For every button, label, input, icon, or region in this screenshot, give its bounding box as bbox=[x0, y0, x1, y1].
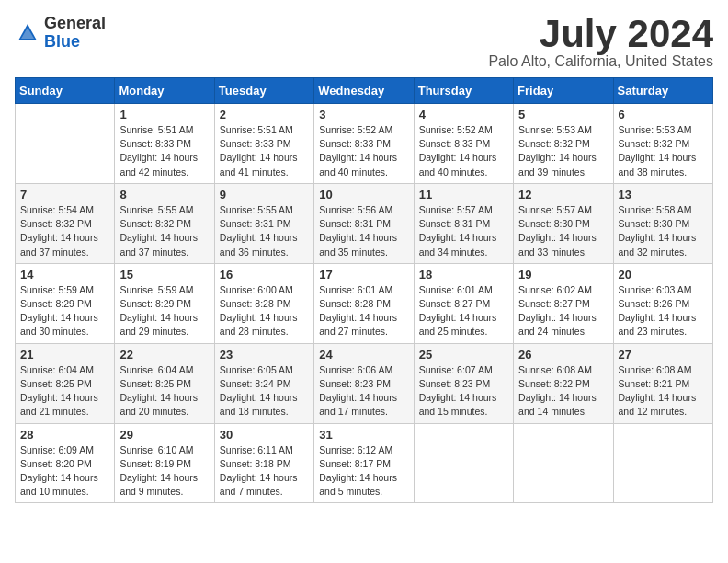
calendar-cell: 29Sunrise: 6:10 AM Sunset: 8:19 PM Dayli… bbox=[115, 423, 214, 503]
day-info: Sunrise: 6:05 AM Sunset: 8:24 PM Dayligh… bbox=[220, 363, 309, 419]
day-info: Sunrise: 5:51 AM Sunset: 8:33 PM Dayligh… bbox=[220, 123, 309, 179]
day-number: 8 bbox=[119, 188, 209, 201]
day-info: Sunrise: 5:57 AM Sunset: 8:30 PM Dayligh… bbox=[518, 203, 608, 259]
day-number: 13 bbox=[619, 188, 708, 201]
day-info: Sunrise: 5:54 AM Sunset: 8:32 PM Dayligh… bbox=[20, 203, 109, 259]
calendar-cell: 10Sunrise: 5:56 AM Sunset: 8:31 PM Dayli… bbox=[314, 183, 414, 263]
calendar-cell: 27Sunrise: 6:08 AM Sunset: 8:21 PM Dayli… bbox=[613, 343, 712, 423]
day-info: Sunrise: 6:08 AM Sunset: 8:22 PM Dayligh… bbox=[518, 363, 608, 419]
calendar-cell: 14Sunrise: 5:59 AM Sunset: 8:29 PM Dayli… bbox=[16, 263, 115, 343]
day-number: 23 bbox=[220, 348, 309, 362]
day-number: 24 bbox=[319, 348, 408, 362]
weekday-header-sunday: Sunday bbox=[16, 78, 115, 104]
calendar-week-1: 1Sunrise: 5:51 AM Sunset: 8:33 PM Daylig… bbox=[16, 104, 713, 184]
day-number: 2 bbox=[220, 108, 309, 121]
day-number: 21 bbox=[20, 348, 109, 362]
day-number: 7 bbox=[20, 188, 109, 201]
calendar-cell: 28Sunrise: 6:09 AM Sunset: 8:20 PM Dayli… bbox=[16, 423, 115, 503]
calendar-cell: 3Sunrise: 5:52 AM Sunset: 8:33 PM Daylig… bbox=[314, 104, 414, 184]
calendar-cell bbox=[613, 423, 712, 503]
day-number: 19 bbox=[518, 268, 608, 282]
day-number: 31 bbox=[319, 428, 408, 442]
day-number: 14 bbox=[20, 268, 109, 282]
calendar-cell: 22Sunrise: 6:04 AM Sunset: 8:25 PM Dayli… bbox=[115, 343, 214, 423]
calendar-week-4: 21Sunrise: 6:04 AM Sunset: 8:25 PM Dayli… bbox=[16, 343, 713, 423]
calendar-cell: 6Sunrise: 5:53 AM Sunset: 8:32 PM Daylig… bbox=[613, 104, 712, 184]
calendar-cell: 15Sunrise: 5:59 AM Sunset: 8:29 PM Dayli… bbox=[115, 263, 214, 343]
day-number: 6 bbox=[619, 108, 708, 121]
logo-general-text: General bbox=[44, 15, 106, 33]
day-number: 22 bbox=[119, 348, 209, 362]
day-info: Sunrise: 6:03 AM Sunset: 8:26 PM Dayligh… bbox=[619, 283, 708, 339]
day-number: 4 bbox=[419, 108, 508, 121]
day-number: 12 bbox=[518, 188, 608, 201]
weekday-header-friday: Friday bbox=[514, 78, 613, 104]
day-number: 1 bbox=[119, 108, 209, 121]
day-info: Sunrise: 6:08 AM Sunset: 8:21 PM Dayligh… bbox=[619, 363, 708, 419]
logo-icon bbox=[15, 20, 40, 46]
day-number: 15 bbox=[119, 268, 209, 282]
day-number: 28 bbox=[20, 428, 109, 442]
calendar-cell: 13Sunrise: 5:58 AM Sunset: 8:30 PM Dayli… bbox=[613, 183, 712, 263]
weekday-header-thursday: Thursday bbox=[414, 78, 513, 104]
day-info: Sunrise: 5:56 AM Sunset: 8:31 PM Dayligh… bbox=[319, 203, 408, 259]
day-info: Sunrise: 6:11 AM Sunset: 8:18 PM Dayligh… bbox=[220, 443, 309, 500]
day-info: Sunrise: 5:55 AM Sunset: 8:32 PM Dayligh… bbox=[119, 203, 209, 259]
calendar-week-2: 7Sunrise: 5:54 AM Sunset: 8:32 PM Daylig… bbox=[16, 183, 713, 263]
day-info: Sunrise: 6:01 AM Sunset: 8:28 PM Dayligh… bbox=[319, 283, 408, 339]
calendar-cell: 16Sunrise: 6:00 AM Sunset: 8:28 PM Dayli… bbox=[214, 263, 313, 343]
title-area: July 2024 Palo Alto, California, United … bbox=[488, 15, 713, 70]
calendar-cell: 17Sunrise: 6:01 AM Sunset: 8:28 PM Dayli… bbox=[314, 263, 414, 343]
day-number: 20 bbox=[619, 268, 708, 282]
calendar-cell: 8Sunrise: 5:55 AM Sunset: 8:32 PM Daylig… bbox=[115, 183, 214, 263]
day-info: Sunrise: 5:52 AM Sunset: 8:33 PM Dayligh… bbox=[319, 123, 408, 179]
calendar-cell: 18Sunrise: 6:01 AM Sunset: 8:27 PM Dayli… bbox=[414, 263, 513, 343]
calendar-cell: 23Sunrise: 6:05 AM Sunset: 8:24 PM Dayli… bbox=[214, 343, 313, 423]
weekday-header-wednesday: Wednesday bbox=[314, 78, 414, 104]
day-info: Sunrise: 5:53 AM Sunset: 8:32 PM Dayligh… bbox=[518, 123, 608, 179]
day-info: Sunrise: 6:04 AM Sunset: 8:25 PM Dayligh… bbox=[119, 363, 209, 419]
calendar-cell: 9Sunrise: 5:55 AM Sunset: 8:31 PM Daylig… bbox=[214, 183, 313, 263]
calendar-cell: 11Sunrise: 5:57 AM Sunset: 8:31 PM Dayli… bbox=[414, 183, 513, 263]
logo: General Blue bbox=[15, 15, 106, 52]
day-number: 30 bbox=[220, 428, 309, 442]
calendar-cell: 5Sunrise: 5:53 AM Sunset: 8:32 PM Daylig… bbox=[514, 104, 613, 184]
day-number: 3 bbox=[319, 108, 408, 121]
calendar-cell: 21Sunrise: 6:04 AM Sunset: 8:25 PM Dayli… bbox=[16, 343, 115, 423]
day-number: 16 bbox=[220, 268, 309, 282]
day-info: Sunrise: 5:53 AM Sunset: 8:32 PM Dayligh… bbox=[619, 123, 708, 179]
calendar-header-row: SundayMondayTuesdayWednesdayThursdayFrid… bbox=[16, 78, 713, 104]
day-info: Sunrise: 5:52 AM Sunset: 8:33 PM Dayligh… bbox=[419, 123, 508, 179]
day-info: Sunrise: 6:09 AM Sunset: 8:20 PM Dayligh… bbox=[20, 443, 109, 500]
calendar-cell: 1Sunrise: 5:51 AM Sunset: 8:33 PM Daylig… bbox=[115, 104, 214, 184]
day-number: 25 bbox=[419, 348, 508, 362]
location-title: Palo Alto, California, United States bbox=[488, 53, 713, 70]
day-info: Sunrise: 5:57 AM Sunset: 8:31 PM Dayligh… bbox=[419, 203, 508, 259]
day-info: Sunrise: 6:12 AM Sunset: 8:17 PM Dayligh… bbox=[319, 443, 408, 500]
day-info: Sunrise: 6:07 AM Sunset: 8:23 PM Dayligh… bbox=[419, 363, 508, 419]
calendar-table: SundayMondayTuesdayWednesdayThursdayFrid… bbox=[15, 77, 713, 503]
calendar-cell bbox=[514, 423, 613, 503]
day-number: 17 bbox=[319, 268, 408, 282]
day-info: Sunrise: 6:04 AM Sunset: 8:25 PM Dayligh… bbox=[20, 363, 109, 419]
logo-text: General Blue bbox=[44, 15, 106, 52]
day-info: Sunrise: 5:59 AM Sunset: 8:29 PM Dayligh… bbox=[20, 283, 109, 339]
day-info: Sunrise: 6:00 AM Sunset: 8:28 PM Dayligh… bbox=[220, 283, 309, 339]
day-info: Sunrise: 6:01 AM Sunset: 8:27 PM Dayligh… bbox=[419, 283, 508, 339]
weekday-header-monday: Monday bbox=[115, 78, 214, 104]
day-number: 11 bbox=[419, 188, 508, 201]
day-number: 18 bbox=[419, 268, 508, 282]
day-number: 5 bbox=[518, 108, 608, 121]
day-number: 26 bbox=[518, 348, 608, 362]
calendar-body: 1Sunrise: 5:51 AM Sunset: 8:33 PM Daylig… bbox=[16, 104, 713, 503]
calendar-cell: 30Sunrise: 6:11 AM Sunset: 8:18 PM Dayli… bbox=[214, 423, 313, 503]
calendar-cell: 12Sunrise: 5:57 AM Sunset: 8:30 PM Dayli… bbox=[514, 183, 613, 263]
day-number: 27 bbox=[619, 348, 708, 362]
calendar-cell: 26Sunrise: 6:08 AM Sunset: 8:22 PM Dayli… bbox=[514, 343, 613, 423]
calendar-week-5: 28Sunrise: 6:09 AM Sunset: 8:20 PM Dayli… bbox=[16, 423, 713, 503]
month-title: July 2024 bbox=[488, 15, 713, 53]
day-info: Sunrise: 5:51 AM Sunset: 8:33 PM Dayligh… bbox=[119, 123, 209, 179]
calendar-cell: 2Sunrise: 5:51 AM Sunset: 8:33 PM Daylig… bbox=[214, 104, 313, 184]
day-info: Sunrise: 5:55 AM Sunset: 8:31 PM Dayligh… bbox=[220, 203, 309, 259]
logo-blue-text: Blue bbox=[44, 33, 106, 52]
